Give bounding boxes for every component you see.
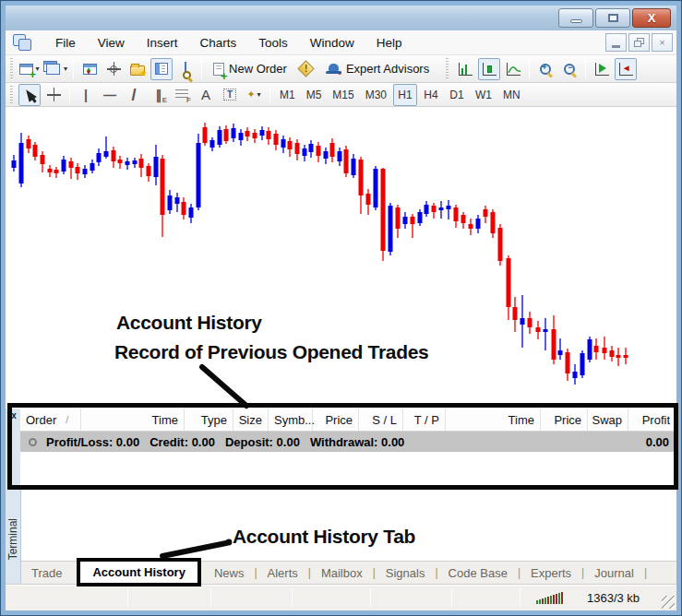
toolbar-separator (201, 58, 202, 79)
column-header-t-p[interactable]: T / P (403, 409, 446, 431)
market-watch-icon: ▲▼ (83, 64, 97, 75)
chart-close-button[interactable]: × (652, 33, 673, 52)
auto-scroll-button[interactable] (591, 58, 613, 80)
column-header-s-l[interactable]: S / L (359, 409, 403, 431)
cursor-button[interactable] (18, 84, 41, 106)
tab-news[interactable]: News (204, 566, 255, 580)
tab-code-base[interactable]: Code Base (438, 566, 518, 580)
close-button[interactable]: X (632, 8, 671, 28)
window-resize-grip[interactable] (662, 596, 675, 609)
timeframe-button-h1[interactable]: H1 (393, 84, 417, 106)
bar-chart-button[interactable] (454, 58, 476, 80)
bar-chart-icon (459, 63, 473, 76)
status-separator (370, 588, 371, 607)
toolbar-grip[interactable] (8, 86, 15, 104)
chart-minimize-button[interactable] (605, 33, 627, 52)
candlestick-button[interactable] (478, 58, 500, 80)
candle (580, 350, 585, 378)
status-separator (292, 588, 293, 607)
tab-trade[interactable]: Trade (21, 566, 72, 580)
column-header-price[interactable]: Price (541, 409, 588, 431)
new-chart-button[interactable]: +▾ (18, 58, 41, 80)
timeframe-button-h4[interactable]: H4 (419, 84, 443, 106)
chart-restore-button[interactable] (628, 33, 650, 52)
trendline-button[interactable]: / (123, 84, 145, 106)
column-header-profit[interactable]: Profit (628, 409, 676, 431)
timeframe-button-mn[interactable]: MN (498, 84, 525, 106)
expert-advisors-button[interactable]: Expert Advisors (319, 58, 436, 80)
timeframe-button-w1[interactable]: W1 (471, 84, 497, 106)
timeframe-button-m30[interactable]: M30 (361, 84, 391, 106)
zoom-out-button[interactable]: − (558, 58, 580, 80)
menu-item-charts[interactable]: Charts (189, 32, 248, 53)
fibonacci-button[interactable]: F (171, 84, 193, 106)
menu-item-tools[interactable]: Tools (247, 32, 299, 53)
terminal-summary-row[interactable]: Profit/Loss: 0.00Credit: 0.00Deposit: 0.… (20, 432, 676, 452)
tab-signals[interactable]: Signals (376, 566, 436, 580)
tab-alerts[interactable]: Alerts (257, 566, 308, 580)
strategy-tester-button[interactable] (174, 58, 197, 80)
candle (232, 124, 236, 142)
new-order-button[interactable]: +New Order (207, 58, 293, 80)
candle (175, 193, 180, 212)
column-header-time[interactable]: Time (81, 409, 185, 431)
candle (603, 337, 607, 360)
minimize-button[interactable] (558, 8, 593, 28)
column-header-price[interactable]: Price (313, 409, 359, 431)
column-header-type[interactable]: Type (185, 409, 233, 431)
crosshair-button[interactable] (42, 84, 65, 106)
chart-shift-button[interactable]: ◄ (615, 58, 637, 80)
profiles-button[interactable]: ▾ (42, 58, 68, 80)
column-header-size[interactable]: Size (233, 409, 269, 431)
timeframe-button-m15[interactable]: M15 (328, 84, 358, 106)
data-window-button[interactable] (102, 58, 125, 80)
candle (182, 197, 186, 219)
terminal-button[interactable] (150, 58, 173, 80)
tab-journal[interactable]: Journal (584, 566, 644, 580)
vertical-line-button[interactable]: | (75, 84, 97, 106)
navigator-button[interactable]: ★ (126, 58, 149, 80)
maximize-button[interactable] (595, 8, 630, 28)
equidistant-channel-button[interactable]: ∥E (147, 84, 169, 106)
candle (566, 349, 570, 381)
text-icon: A (201, 87, 210, 102)
candle (447, 200, 451, 219)
status-separator (210, 588, 211, 607)
text-label-button[interactable]: T (219, 84, 241, 106)
horizontal-line-button[interactable]: — (99, 84, 121, 106)
menu-item-help[interactable]: Help (365, 32, 413, 53)
terminal-side-strip: x Terminal (6, 409, 21, 584)
terminal-close-button[interactable]: x (8, 410, 19, 421)
menu-item-insert[interactable]: Insert (136, 32, 189, 53)
timeframe-button-m5[interactable]: M5 (302, 84, 327, 106)
column-header-order[interactable]: Order/ (20, 409, 81, 431)
line-chart-button[interactable] (502, 58, 524, 80)
tab-experts[interactable]: Experts (520, 566, 581, 580)
candle (411, 214, 415, 238)
menu-items: FileViewInsertChartsToolsWindowHelp (44, 32, 413, 53)
market-watch-button[interactable]: ▲▼ (78, 58, 101, 80)
arrows-button[interactable]: ✦▾ (243, 84, 265, 106)
terminal-side-label[interactable]: Terminal (6, 518, 19, 560)
menu-item-file[interactable]: File (44, 32, 87, 53)
timeframe-button-d1[interactable]: D1 (445, 84, 469, 106)
column-header-swap[interactable]: Swap (588, 409, 628, 431)
new-chart-icon: + (19, 64, 33, 75)
terminal-header-row: Order/TimeTypeSizeSymb...PriceS / LT / P… (20, 409, 676, 432)
text-button[interactable]: A (195, 84, 217, 106)
menu-item-window[interactable]: Window (299, 32, 365, 53)
toolbar-grip[interactable] (444, 58, 450, 79)
metaeditor-button[interactable]: ! (295, 58, 317, 80)
timeframe-button-m1[interactable]: M1 (275, 84, 300, 106)
column-header-time[interactable]: Time (446, 409, 541, 431)
horizontal-line-icon: — (103, 88, 116, 102)
status-bar: 1363/3 kb (6, 584, 676, 610)
menu-item-view[interactable]: View (87, 32, 136, 53)
zoom-in-button[interactable]: + (534, 58, 556, 80)
column-header-symb[interactable]: Symb... (269, 409, 313, 431)
tab-account-history[interactable]: Account History (77, 558, 200, 586)
tab-mailbox[interactable]: Mailbox (311, 566, 373, 580)
title-bar[interactable]: X (6, 6, 676, 30)
toolbar-grip[interactable] (8, 58, 15, 79)
equidistant-channel-icon: ∥ (156, 88, 161, 102)
